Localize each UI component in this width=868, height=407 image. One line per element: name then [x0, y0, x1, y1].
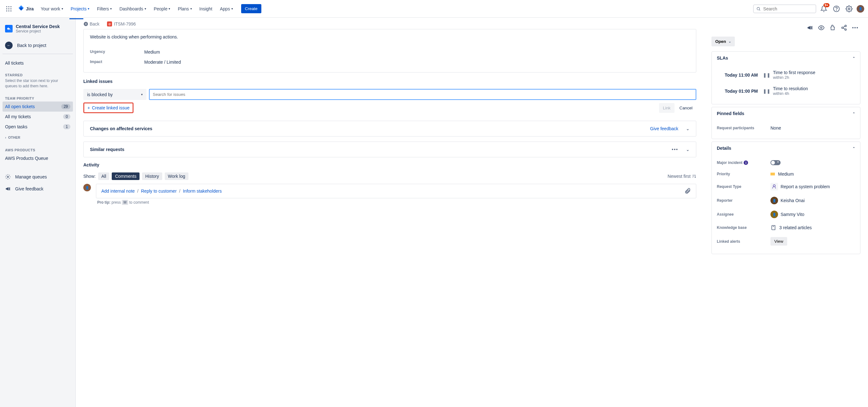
project-name: Central Service Desk: [16, 24, 60, 29]
give-feedback[interactable]: Give feedback: [2, 183, 73, 195]
watch-icon[interactable]: [816, 23, 826, 33]
more-icon[interactable]: •••: [672, 147, 678, 152]
chevron-right-icon: ›: [5, 136, 6, 139]
info-icon[interactable]: i: [744, 161, 748, 165]
search-icon: [756, 6, 761, 11]
sidebar: Central Service Desk Service project ← B…: [0, 18, 76, 407]
other-expand[interactable]: › OTHER: [2, 132, 73, 143]
kb-label: Knowledge base: [717, 226, 771, 230]
assignee-avatar: 👤: [771, 211, 778, 218]
priority-medium-icon: [771, 171, 776, 176]
add-internal-note[interactable]: Add internal note: [101, 189, 135, 194]
nav-filters[interactable]: Filters▾: [94, 4, 115, 14]
reporter-value[interactable]: 👤 Keisha Onai: [771, 197, 805, 204]
sla-section: SLAs ⌃ Today 11:00 AM ❚❚ Time to first r…: [711, 52, 861, 104]
affected-services-panel[interactable]: Changes on affected services Give feedba…: [83, 121, 696, 136]
comment-box[interactable]: Add internal note / Reply to customer / …: [96, 184, 696, 198]
pinned-header[interactable]: Pinned fields ⌃: [712, 107, 860, 120]
linked-alerts-label: Linked alerts: [717, 239, 771, 244]
pinned-section: Pinned fields ⌃ Request participants Non…: [711, 107, 861, 139]
back-circle-icon: [83, 22, 88, 27]
chevron-up-icon: ⌃: [852, 57, 855, 60]
manage-queues[interactable]: Manage queues: [2, 171, 73, 183]
current-user-avatar: 👤: [83, 184, 91, 191]
request-participants-value[interactable]: None: [771, 126, 781, 131]
notifications-icon[interactable]: 9+: [819, 4, 829, 14]
svg-line-10: [759, 9, 760, 10]
global-search[interactable]: [753, 4, 816, 13]
reply-to-customer[interactable]: Reply to customer: [141, 189, 177, 194]
queue-all-open[interactable]: All open tickets 29: [2, 102, 73, 112]
sla-header[interactable]: SLAs ⌃: [712, 52, 860, 64]
assignee-value[interactable]: 👤 Sammy Vito: [771, 211, 804, 218]
pause-icon: ❚❚: [763, 72, 768, 77]
inform-stakeholders[interactable]: Inform stakeholders: [183, 189, 222, 194]
project-type: Service project: [16, 29, 60, 33]
svg-point-2: [10, 6, 11, 7]
tab-history[interactable]: History: [142, 172, 162, 180]
tab-worklog[interactable]: Work log: [165, 172, 188, 180]
view-alerts-button[interactable]: View: [771, 237, 787, 246]
attachment-icon[interactable]: [685, 188, 691, 194]
nav-insight[interactable]: Insight: [196, 4, 216, 14]
queue-open-tasks[interactable]: Open tasks 1: [2, 122, 73, 132]
svg-point-5: [10, 8, 11, 9]
vote-icon[interactable]: [828, 23, 838, 33]
svg-point-6: [6, 10, 7, 11]
all-tickets-link[interactable]: All tickets: [2, 58, 73, 68]
queue-count: 29: [61, 104, 70, 109]
profile-avatar[interactable]: 👤: [857, 5, 864, 12]
nav-dashboards[interactable]: Dashboards▾: [116, 4, 149, 14]
nav-apps[interactable]: Apps▾: [217, 4, 236, 14]
nav-people[interactable]: People▾: [151, 4, 174, 14]
create-button[interactable]: Create: [241, 4, 261, 13]
tab-all[interactable]: All: [98, 172, 110, 180]
svg-point-17: [845, 25, 846, 27]
search-issues-input[interactable]: [149, 89, 696, 100]
back-to-project[interactable]: ← Back to project: [2, 38, 73, 52]
nav-plans[interactable]: Plans▾: [175, 4, 195, 14]
issue-type-icon: ⊘: [107, 22, 112, 27]
sla-row: Today 11:00 AM ❚❚ Time to first response…: [717, 67, 855, 83]
app-switcher-icon[interactable]: [4, 4, 14, 14]
description-text: Website is clocking when performing acti…: [90, 34, 690, 39]
priority-label: Priority: [717, 172, 771, 176]
link-relation-select[interactable]: is blocked by ▾: [83, 89, 147, 100]
nav-projects[interactable]: Projects▾: [67, 4, 93, 14]
details-header[interactable]: Details ⌃: [712, 142, 860, 155]
share-icon[interactable]: [839, 23, 849, 33]
help-icon[interactable]: [831, 4, 841, 14]
settings-icon[interactable]: [844, 4, 854, 14]
priority-value[interactable]: Medium: [771, 171, 794, 176]
cancel-button[interactable]: Cancel: [676, 103, 696, 113]
give-feedback-link[interactable]: Give feedback: [650, 126, 679, 131]
kb-value[interactable]: 3 related articles: [771, 225, 812, 231]
sort-newest[interactable]: Newest first: [668, 174, 696, 179]
svg-point-1: [8, 6, 9, 7]
queue-count: 0: [63, 114, 70, 119]
tab-comments[interactable]: Comments: [112, 172, 140, 180]
actions-icon[interactable]: •••: [850, 23, 861, 33]
major-incident-toggle[interactable]: [771, 160, 781, 165]
jira-logo[interactable]: Jira: [15, 5, 36, 12]
issue-content: Back ⊘ ITSM-7996 Website is clocking whe…: [76, 18, 704, 407]
breadcrumb-back[interactable]: Back: [83, 22, 99, 27]
sla-row: Today 01:00 PM ❚❚ Time to resolution wit…: [717, 83, 855, 99]
link-button[interactable]: Link: [659, 103, 674, 113]
queue-aws[interactable]: AWS Products Queue: [2, 153, 73, 163]
svg-point-3: [6, 8, 7, 9]
queue-all-my[interactable]: All my tickets 0: [2, 112, 73, 122]
sort-icon: [692, 174, 696, 178]
svg-point-4: [8, 8, 9, 9]
starred-heading: STARRED: [2, 68, 73, 78]
search-input[interactable]: [763, 6, 813, 11]
nav-your-work[interactable]: Your work▾: [37, 4, 66, 14]
pause-icon: ❚❚: [763, 89, 768, 94]
issue-key[interactable]: ⊘ ITSM-7996: [107, 22, 136, 27]
feedback-icon[interactable]: [805, 23, 815, 33]
similar-requests-panel[interactable]: Similar requests ••• ⌄: [83, 141, 696, 157]
status-dropdown[interactable]: Open ⌄: [711, 37, 735, 46]
urgency-value: Medium: [144, 49, 160, 55]
request-type-value[interactable]: Report a system problem: [771, 183, 830, 191]
create-linked-issue-button[interactable]: + Create linked issue: [83, 102, 133, 113]
